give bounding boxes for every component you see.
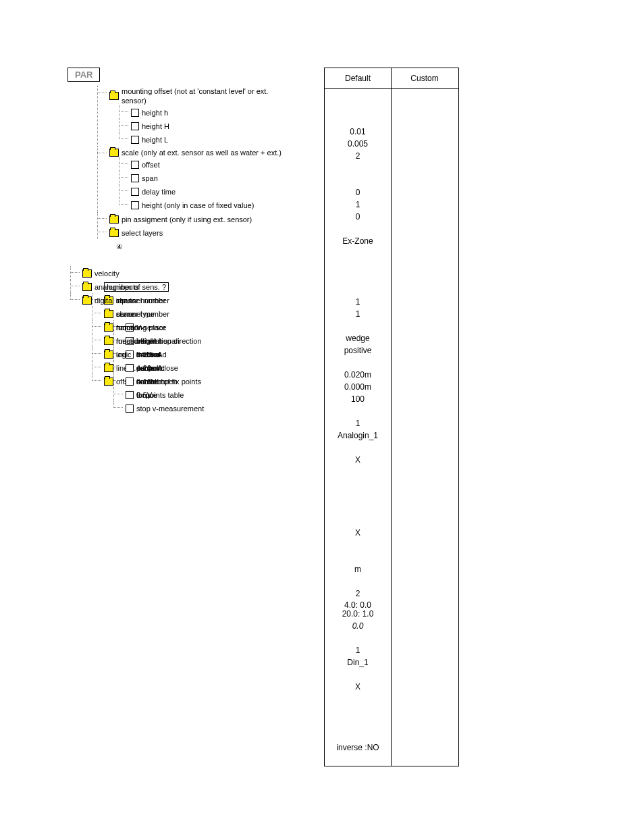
node-di-fn: functioninactivecontrol closecontrol ope…: [96, 334, 297, 347]
default-value: X: [325, 454, 391, 466]
node-label: channel number: [116, 310, 169, 318]
node-label: function: [116, 337, 142, 345]
custom-value: [392, 490, 458, 502]
custom-value: [392, 575, 458, 588]
node-di-sv: stop v-measurement: [117, 401, 297, 415]
default-value: [325, 490, 391, 502]
custom-value: [392, 308, 458, 320]
custom-value: [392, 551, 458, 563]
node-vel: velocitynumber of sens. ?sensor numberse…: [74, 266, 297, 280]
default-value: [325, 729, 391, 741]
default-value: 4.0: 0.020.0: 1.0: [325, 600, 391, 620]
node-label: control open: [136, 377, 178, 386]
leaf-icon: [131, 188, 139, 196]
custom-value: [392, 126, 458, 138]
custom-value: [392, 199, 458, 211]
leaf-icon: [126, 405, 134, 413]
custom-value: [392, 741, 458, 754]
col-custom-header: Custom: [392, 68, 458, 88]
default-value: [325, 539, 391, 551]
custom-value: [392, 344, 458, 357]
default-value: 1: [325, 417, 391, 429]
leaf-icon: [131, 122, 139, 130]
custom-value: [392, 223, 458, 235]
custom-value: [392, 247, 458, 259]
default-value: [325, 442, 391, 454]
custom-value: [392, 717, 458, 729]
default-value: 1: [325, 644, 391, 656]
node-di-lg: logic: [96, 347, 297, 361]
node-label: span: [142, 174, 158, 182]
custom-column: [392, 89, 458, 766]
custom-value: [392, 705, 458, 717]
default-value: [325, 693, 391, 705]
default-value: [325, 515, 391, 527]
leaf-icon: [126, 377, 134, 386]
folder-icon: [109, 229, 119, 237]
node-label: height h: [142, 109, 168, 117]
default-value: 0.005: [325, 138, 391, 150]
custom-value: [392, 381, 458, 393]
default-value: [325, 551, 391, 563]
custom-value: [392, 174, 458, 186]
leaf-icon: [126, 364, 134, 372]
default-value: Ex-Zone: [325, 235, 391, 247]
custom-value: [392, 563, 458, 575]
node-label: stop v-measurement: [136, 405, 204, 413]
default-value: [325, 575, 391, 588]
node-label: velocity: [95, 269, 119, 278]
custom-value: [392, 332, 458, 344]
custom-value: [392, 620, 458, 632]
default-value: [325, 754, 391, 766]
node-label: delay time: [142, 188, 176, 196]
default-value: [325, 669, 391, 681]
default-value: X: [325, 527, 391, 539]
folder-icon: [109, 149, 119, 157]
node-mo: mounting offset (not at 'constant level'…: [101, 86, 297, 147]
node-mo-H: height H: [123, 119, 297, 132]
default-value: [325, 357, 391, 369]
default-value: 0.01: [325, 126, 391, 138]
default-value: [325, 502, 391, 515]
custom-value: [392, 211, 458, 223]
default-value: 1: [325, 199, 391, 211]
default-value: 0: [325, 186, 391, 199]
default-value: m: [325, 563, 391, 575]
default-value: Analogin_1: [325, 429, 391, 442]
default-value: Din_1: [325, 656, 391, 669]
custom-value: [392, 429, 458, 442]
custom-value: [392, 600, 458, 620]
custom-value: [392, 369, 458, 381]
custom-value: [392, 296, 458, 308]
node-label: pin assigment (only if using ext. sensor…: [122, 215, 252, 224]
custom-value: [392, 466, 458, 478]
node-sc: scale (only at ext. sensor as well as wa…: [101, 147, 297, 212]
custom-value: [392, 138, 458, 150]
node-ai: analog inputschannel numbernamefunctiono…: [74, 280, 297, 293]
custom-value: [392, 502, 458, 515]
custom-value: [392, 632, 458, 644]
default-value: [325, 632, 391, 644]
custom-value: [392, 515, 458, 527]
folder-icon: [82, 296, 92, 305]
leaf-icon: [131, 174, 139, 182]
leaf-icon: [131, 161, 139, 169]
default-value: [325, 259, 391, 271]
node-pin: pin assigment (only if using ext. sensor…: [101, 212, 297, 226]
custom-value: [392, 89, 458, 101]
custom-value: [392, 669, 458, 681]
default-value: [325, 271, 391, 284]
custom-value: [392, 320, 458, 332]
custom-value: [392, 284, 458, 296]
default-value: 1: [325, 296, 391, 308]
custom-value: [392, 271, 458, 284]
custom-value: [392, 644, 458, 656]
custom-value: [392, 259, 458, 271]
node-di-co: control open: [117, 374, 297, 388]
leaf-icon: [131, 201, 139, 209]
custom-value: [392, 235, 458, 247]
default-value: [325, 284, 391, 296]
custom-value: [392, 113, 458, 126]
custom-value: [392, 588, 458, 600]
node-di: digital inputschannel numbernamefunction…: [74, 293, 297, 307]
